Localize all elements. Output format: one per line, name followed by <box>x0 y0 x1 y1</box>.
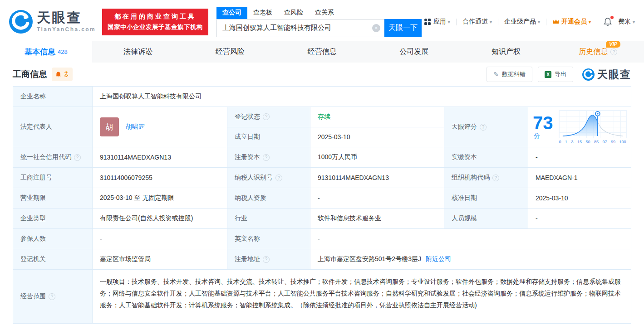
tab-intellectual-property-label: 知识产权 <box>492 47 521 57</box>
section-title: 工商信息 <box>13 68 47 80</box>
tab-company-development[interactable]: 公司发展 <box>368 41 460 63</box>
est-date-label: 成立日期 <box>227 127 310 147</box>
score-marker-pin <box>595 111 600 116</box>
crown-icon <box>552 18 560 25</box>
tab-operating-risk[interactable]: 经营风险 <box>184 41 276 63</box>
help-icon[interactable]: ? <box>49 293 55 300</box>
paid-capital-value: - <box>528 147 631 167</box>
table-row: 企业名称 上海国创驭算人工智能科技有限公司 <box>13 87 631 107</box>
tianyancha-logo-icon <box>9 10 33 34</box>
bell-icon <box>55 71 62 78</box>
menu-vip-label: 开通会员 <box>561 18 587 26</box>
tab-intellectual-property[interactable]: 知识产权 <box>460 41 552 63</box>
taxpayer-id-label-text: 纳税人识别号 <box>235 174 273 182</box>
menu-partner[interactable]: 合作通道 ▾ <box>462 18 492 26</box>
reg-capital-label: 注册资本 ? <box>227 147 310 167</box>
legal-rep-name-link[interactable]: 胡啸霆 <box>126 123 145 131</box>
menu-user[interactable]: 费米 ▾ <box>618 18 635 26</box>
tianyancha-logo[interactable]: 天眼查 TianYanCha.com <box>9 10 96 34</box>
score-label: 天眼评分 ? <box>444 107 528 147</box>
staff-size-label: 人员规模 <box>444 209 528 228</box>
table-row: 营业期限 2025-03-10 至 无固定期限 纳税人资质 - 核准日期 202… <box>13 188 631 209</box>
help-icon[interactable]: ? <box>263 256 270 263</box>
help-icon[interactable]: ? <box>480 124 487 131</box>
taxpayer-qual-label: 纳税人资质 <box>227 188 310 208</box>
tab-legal[interactable]: 法律诉讼 <box>92 41 184 63</box>
data-correction-button[interactable]: ✎ 数据纠错 <box>487 67 532 82</box>
tab-basic-info-count: 428 <box>58 49 68 55</box>
tab-basic-info[interactable]: 基本信息 428 <box>0 41 92 63</box>
promo-line1: 都在用的商业查询工具 <box>108 13 203 21</box>
menu-enterprise[interactable]: 企业级产品 ▾ <box>504 18 540 26</box>
reg-address-text: 上海市嘉定区盘安路501号2号楼3层J <box>318 255 421 263</box>
company-name-value: 上海国创驭算人工智能科技有限公司 <box>93 87 631 107</box>
help-icon[interactable]: ? <box>492 175 499 181</box>
tab-company-development-label: 公司发展 <box>399 47 428 57</box>
status-date-subtable: 登记状态 ? 存续 成立日期 2025-03-10 <box>227 107 444 147</box>
reg-number-value: 310114006079255 <box>93 168 227 188</box>
reg-number-label: 工商注册号 <box>13 168 93 188</box>
industry-value: 软件和信息技术服务业 <box>310 209 444 228</box>
legal-rep-value: 胡 胡啸霆 <box>93 107 227 147</box>
menu-apps[interactable]: 应用 ▾ <box>424 18 450 26</box>
legal-rep-avatar[interactable]: 胡 <box>100 117 119 136</box>
section-actions: ✎ 数据纠错 X 导出 天眼查 <box>487 67 631 82</box>
search-tab-company[interactable]: 查公司 <box>216 7 247 19</box>
tab-operating-info[interactable]: 经营信息 <box>276 41 368 63</box>
org-code-value: MAEDXAGN-1 <box>528 168 631 188</box>
table-row: 工商注册号 310114006079255 纳税人识别号 ? 91310114M… <box>13 168 631 188</box>
help-icon[interactable]: ? <box>263 113 270 120</box>
search-tabs: 查公司 查老板 查风险 查关系 <box>216 7 422 19</box>
chevron-down-icon: ▾ <box>633 19 635 24</box>
score-distribution-chart[interactable]: 0 1 3 15 50 85 97 99 100 <box>559 110 627 144</box>
tab-history-info-label: 历史信息 <box>579 47 608 57</box>
help-icon[interactable]: ? <box>275 175 282 181</box>
menu-divider <box>456 19 457 25</box>
table-row: 法定代表人 胡 胡啸霆 登记状态 ? 存续 成立日期 2025-03-10 天眼… <box>13 107 631 147</box>
search-bar: × 天眼一下 <box>216 19 422 37</box>
credit-code-label-text: 统一社会信用代码 <box>20 153 71 161</box>
menu-apps-label: 应用 <box>433 18 446 26</box>
search-tab-risk[interactable]: 查风险 <box>278 7 309 19</box>
help-icon[interactable]: ? <box>74 154 81 161</box>
search-tab-relation[interactable]: 查关系 <box>309 7 340 19</box>
export-button[interactable]: X 导出 <box>538 67 573 82</box>
logo-title: 天眼查 <box>37 11 96 24</box>
tab-history-info[interactable]: VIP 历史信息 ? <box>552 41 644 63</box>
business-scope-value: 一般项目：技术服务、技术开发、技术咨询、技术交流、技术转让、技术推广；软件开发；… <box>93 270 631 323</box>
table-row: 成立日期 2025-03-10 <box>227 127 444 147</box>
table-row: 经营范围 ? 一般项目：技术服务、技术开发、技术咨询、技术交流、技术转让、技术推… <box>13 270 631 324</box>
notifications-bell[interactable] <box>603 17 612 26</box>
tick: 85 <box>594 140 599 144</box>
score-number-wrap: 73分 <box>533 114 553 141</box>
tab-basic-info-label: 基本信息 <box>25 47 55 57</box>
insured-label: 参保人数 <box>13 229 93 249</box>
clear-search-icon[interactable]: × <box>372 24 380 32</box>
nearby-companies-link[interactable]: 附近公司 <box>426 255 451 263</box>
chevron-down-icon: ▾ <box>448 19 450 24</box>
menu-vip[interactable]: 开通会员 ▾ <box>552 18 591 26</box>
table-row: 登记机关 嘉定区市场监管局 注册地址 ? 上海市嘉定区盘安路501号2号楼3层J… <box>13 249 631 270</box>
business-term-label: 营业期限 <box>13 188 93 208</box>
search-tab-boss[interactable]: 查老板 <box>247 7 278 19</box>
chevron-down-icon: ▾ <box>538 19 540 24</box>
help-icon[interactable]: ? <box>610 49 617 55</box>
help-icon[interactable]: ? <box>263 154 270 161</box>
reg-address-label-text: 注册地址 <box>235 255 260 263</box>
tick: 100 <box>619 140 626 144</box>
score-value: 73分 <box>528 107 631 147</box>
menu-enterprise-label: 企业级产品 <box>504 18 536 26</box>
insured-value: - <box>93 229 227 249</box>
table-row: 企业类型 有限责任公司(自然人投资或控股) 行业 软件和信息技术服务业 人员规模… <box>13 209 631 229</box>
tick: 1 <box>565 140 567 144</box>
tab-operating-info-label: 经营信息 <box>308 47 337 57</box>
logo-subtitle: TianYanCha.com <box>37 26 96 33</box>
alert-badge-text: 发 <box>64 70 68 78</box>
company-search-input[interactable] <box>216 19 384 37</box>
tab-legal-label: 法律诉讼 <box>123 47 152 57</box>
company-type-label: 企业类型 <box>13 209 93 228</box>
username: 费米 <box>618 18 631 26</box>
search-button[interactable]: 天眼一下 <box>384 19 422 37</box>
alert-badge[interactable]: 发 <box>52 68 73 81</box>
menu-divider <box>498 19 498 25</box>
